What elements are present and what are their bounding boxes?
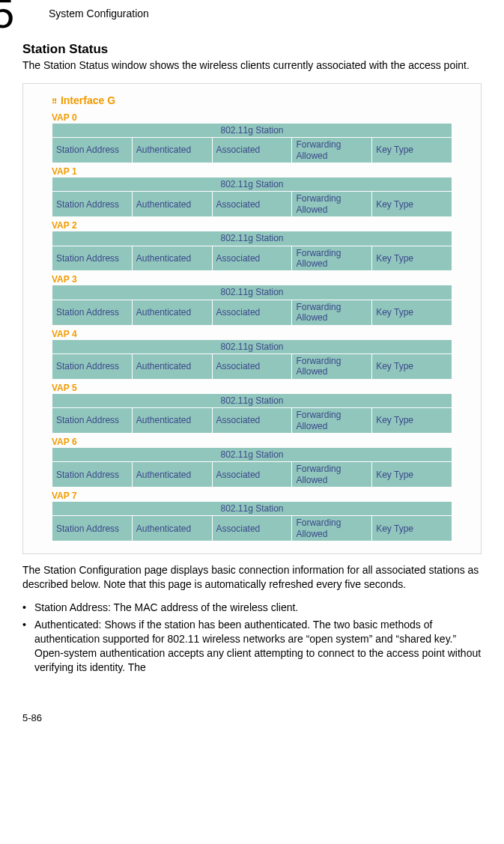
col-authenticated: Authenticated [133,408,212,433]
table-caption: 802.11g Station [52,502,452,515]
col-forwarding: Forwarding Allowed [292,300,371,325]
bullet-list: Station Address: The MAC address of the … [22,601,482,674]
col-station-address: Station Address [52,354,132,379]
col-authenticated: Authenticated [133,300,212,325]
station-table: 802.11g StationStation AddressAuthentica… [52,231,452,271]
vap-label: VAP 2 [52,220,452,231]
col-associated: Associated [213,300,292,325]
station-table: 802.11g StationStation AddressAuthentica… [52,123,452,163]
col-key-type: Key Type [372,192,452,216]
col-authenticated: Authenticated [133,516,212,541]
col-key-type: Key Type [372,516,452,541]
col-authenticated: Authenticated [133,462,212,487]
dots-icon: ⠿ [52,97,56,106]
col-associated: Associated [213,192,292,216]
table-caption: 802.11g Station [52,231,452,245]
col-key-type: Key Type [372,462,452,487]
col-forwarding: Forwarding Allowed [292,138,371,163]
col-station-address: Station Address [52,246,132,271]
col-authenticated: Authenticated [133,192,212,216]
col-station-address: Station Address [52,192,132,216]
col-associated: Associated [213,516,292,541]
station-table: 802.11g StationStation AddressAuthentica… [52,393,452,434]
col-forwarding: Forwarding Allowed [292,354,371,379]
col-station-address: Station Address [52,300,132,325]
section-title: Station Status [22,42,482,57]
interface-header: ⠿ Interface G [52,94,452,106]
intro-text: The Station Status window shows the wire… [22,58,482,73]
col-station-address: Station Address [52,138,132,163]
list-item: Authenticated: Shows if the station has … [22,618,482,675]
after-text: The Station Configuration page displays … [22,563,482,592]
col-forwarding: Forwarding Allowed [292,192,371,216]
list-item: Station Address: The MAC address of the … [22,601,482,615]
table-caption: 802.11g Station [52,124,452,137]
col-associated: Associated [213,462,292,487]
col-key-type: Key Type [372,354,452,379]
chapter-number: 5 [0,0,14,34]
col-forwarding: Forwarding Allowed [292,516,371,541]
table-caption: 802.11g Station [52,285,452,299]
vap-label: VAP 3 [52,274,452,285]
station-table: 802.11g StationStation AddressAuthentica… [52,447,452,488]
col-forwarding: Forwarding Allowed [292,408,371,433]
vap-label: VAP 0 [52,112,452,123]
col-station-address: Station Address [52,516,132,541]
station-table: 802.11g StationStation AddressAuthentica… [52,285,452,325]
col-key-type: Key Type [372,300,452,325]
vap-label: VAP 4 [52,329,452,339]
vap-label: VAP 7 [52,491,452,501]
col-key-type: Key Type [372,408,452,433]
col-associated: Associated [213,408,292,433]
col-station-address: Station Address [52,462,132,487]
interface-label: Interface G [61,94,115,106]
vap-label: VAP 6 [52,437,452,447]
table-caption: 802.11g Station [52,177,452,191]
page-number: 5-86 [22,712,482,723]
col-forwarding: Forwarding Allowed [292,246,371,271]
col-key-type: Key Type [372,246,452,271]
col-authenticated: Authenticated [133,354,212,379]
table-caption: 802.11g Station [52,394,452,407]
col-forwarding: Forwarding Allowed [292,462,371,487]
table-caption: 802.11g Station [52,340,452,353]
station-table: 802.11g StationStation AddressAuthentica… [52,339,452,380]
status-panel: ⠿ Interface G VAP 0802.11g StationStatio… [22,83,482,554]
col-associated: Associated [213,138,292,163]
table-caption: 802.11g Station [52,448,452,461]
chapter-title: System Configuration [22,0,482,19]
col-authenticated: Authenticated [133,246,212,271]
vap-label: VAP 5 [52,383,452,393]
station-table: 802.11g StationStation AddressAuthentica… [52,177,452,217]
vap-label: VAP 1 [52,166,452,177]
col-associated: Associated [213,354,292,379]
col-authenticated: Authenticated [133,138,212,163]
col-key-type: Key Type [372,138,452,163]
station-table: 802.11g StationStation AddressAuthentica… [52,501,452,541]
col-station-address: Station Address [52,408,132,433]
col-associated: Associated [213,246,292,271]
